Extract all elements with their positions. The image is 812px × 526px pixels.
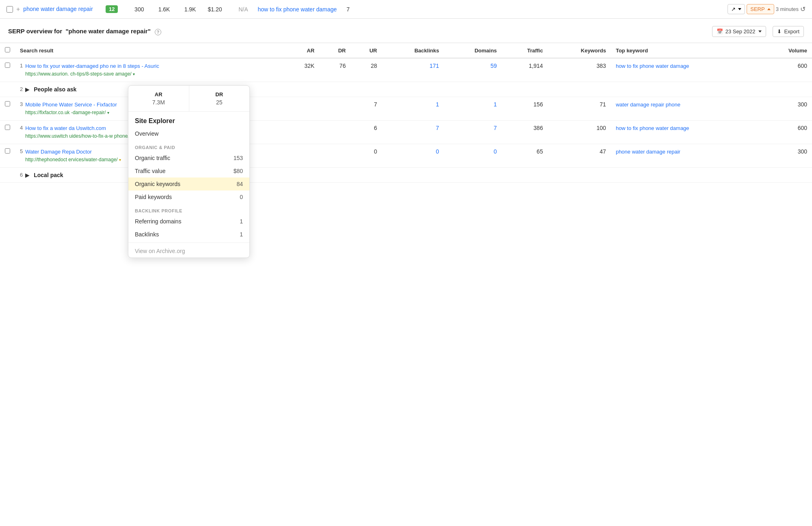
col-volume: Volume [761, 43, 812, 58]
date-picker-button[interactable]: 📅 23 Sep 2022 [712, 26, 767, 37]
popup-dr-value: 25 [196, 99, 243, 106]
popup-overview-item[interactable]: Overview [128, 127, 249, 140]
refresh-button[interactable]: ↺ [800, 5, 806, 13]
popup-ar-label: AR [135, 91, 182, 97]
table-row: 4 How to fix a water da Uswitch.com http… [0, 120, 812, 144]
row5-checkbox[interactable] [5, 148, 10, 154]
row6-num: 6 [20, 172, 23, 178]
row4-domains[interactable]: 7 [444, 120, 502, 144]
col-top-keyword: Top keyword [611, 43, 761, 58]
row5-url: http://thephonedoct ervices/water-damage… [25, 156, 121, 163]
select-all-checkbox[interactable] [5, 47, 10, 52]
row3-url-arrow[interactable]: ▾ [107, 110, 109, 115]
row4-volume: 600 [761, 120, 812, 144]
col-ar: AR [284, 43, 319, 58]
popup-organic-traffic-label: Organic traffic [135, 155, 170, 161]
popup-organic-traffic-value: 153 [234, 155, 243, 161]
popup-dr-label: DR [196, 91, 243, 97]
row5-num: 5 [20, 148, 23, 154]
row1-url-arrow[interactable]: ▾ [133, 72, 135, 76]
row5-backlinks[interactable]: 0 [382, 144, 444, 167]
row4-keywords: 100 [548, 120, 611, 144]
row4-title[interactable]: How to fix a water da Uswitch.com [25, 125, 132, 132]
popup-dr-cell: DR 25 [189, 86, 250, 111]
row3-ur: 7 [351, 97, 382, 120]
row4-dr [319, 120, 351, 144]
popup-traffic-value-item[interactable]: Traffic value $80 [128, 165, 249, 177]
row1-domains[interactable]: 59 [444, 58, 502, 82]
table-row: 6 ▶ Local pack [0, 167, 812, 182]
keyword-checkbox[interactable] [6, 6, 13, 13]
keyword-stat-s2: 1.6K [154, 6, 170, 13]
row5-domains[interactable]: 0 [444, 144, 502, 167]
row2-expand-icon[interactable]: ▶ [25, 86, 30, 93]
row3-volume: 300 [761, 97, 812, 120]
table-row: 5 Water Damage Repa Doctor http://thepho… [0, 144, 812, 167]
serp-overview-header: SERP overview for "phone water damage re… [0, 19, 812, 43]
row5-title[interactable]: Water Damage Repa Doctor [25, 148, 121, 156]
keyword-top-keyword[interactable]: how to fix phone water damage [258, 6, 337, 13]
row2-num: 2 [20, 86, 23, 92]
row4-url-text: https://www.uswitch uides/how-to-fix-a-w… [25, 133, 129, 139]
row5-url-text: http://thephonedoct ervices/water-damage… [25, 157, 117, 162]
serp-header-right: 📅 23 Sep 2022 ⬇ Export [712, 26, 804, 37]
row3-checkbox[interactable] [5, 101, 10, 106]
row5-top-keyword-text[interactable]: phone water damage repair [616, 149, 680, 155]
add-keyword-icon[interactable]: + [16, 6, 20, 13]
row1-checkbox-cell [0, 58, 15, 82]
row1-url: https://www.asurion. ch-tips/8-steps-sav… [25, 71, 159, 78]
row3-domains[interactable]: 1 [444, 97, 502, 120]
row4-top-keyword-text[interactable]: how to fix phone water damage [616, 125, 689, 131]
row5-checkbox-cell [0, 144, 15, 167]
row5-url-arrow[interactable]: ▾ [119, 158, 121, 162]
row4-num: 4 [20, 125, 23, 131]
popup-traffic-value-label: Traffic value [135, 168, 165, 174]
row3-backlinks[interactable]: 1 [382, 97, 444, 120]
row5-traffic: 65 [502, 144, 548, 167]
row3-title[interactable]: Mobile Phone Water Service - Fixfactor [25, 101, 117, 108]
row1-keywords: 383 [548, 58, 611, 82]
row4-backlinks[interactable]: 7 [382, 120, 444, 144]
row2-title: People also ask [34, 86, 76, 93]
table-header-row: Search result AR DR UR Backlinks Domains… [0, 43, 812, 58]
keyword-name[interactable]: phone water damage repair [23, 5, 93, 13]
trend-button[interactable]: ↗ [728, 4, 745, 14]
row3-ar [284, 97, 319, 120]
popup-organic-traffic-item[interactable]: Organic traffic 153 [128, 152, 249, 165]
keyword-stat-s3: 1.9K [180, 6, 196, 13]
col-backlinks: Backlinks [382, 43, 444, 58]
export-button[interactable]: ⬇ Export [773, 26, 804, 37]
row5-ur: 0 [351, 144, 382, 167]
row3-keywords: 71 [548, 97, 611, 120]
row4-ur: 6 [351, 120, 382, 144]
popup-ar-cell: AR 7.3M [128, 86, 189, 111]
popup-metrics-row: AR 7.3M DR 25 [128, 86, 249, 112]
col-dr: DR [319, 43, 351, 58]
row1-backlinks[interactable]: 171 [382, 58, 444, 82]
row1-checkbox[interactable] [5, 63, 10, 68]
export-icon: ⬇ [777, 28, 782, 35]
row4-checkbox[interactable] [5, 125, 10, 130]
row3-top-keyword-text[interactable]: water damage repair phone [616, 102, 680, 108]
serp-button[interactable]: SERP [747, 4, 774, 14]
table-row: 3 Mobile Phone Water Service - Fixfactor… [0, 97, 812, 120]
row1-result-content: How to fix your water-damaged pho ne in … [25, 63, 159, 78]
row5-volume: 300 [761, 144, 812, 167]
row3-result-content: Mobile Phone Water Service - Fixfactor h… [25, 101, 117, 116]
row1-dr: 76 [319, 58, 351, 82]
help-icon[interactable]: ? [155, 29, 161, 35]
table-row: 2 ▶ People also ask [0, 82, 812, 97]
row3-top-keyword: water damage repair phone [611, 97, 761, 120]
row4-traffic: 386 [502, 120, 548, 144]
row1-top-keyword-text[interactable]: how to fix phone water damage [616, 63, 689, 69]
keyword-row-left: + phone water damage repair [6, 5, 96, 13]
keyword-stat-price: $1.20 [206, 6, 222, 13]
row1-top-keyword: how to fix phone water damage [611, 58, 761, 82]
keyword-time: 3 minutes [776, 6, 799, 12]
popup-organic-keywords-value: 84 [236, 181, 243, 183]
keyword-badge: 12 [106, 5, 118, 13]
popup-organic-keywords-item[interactable]: Organic keywords 84 [128, 177, 249, 183]
popup-site-explorer-title: Site Explorer [128, 112, 249, 127]
row1-title[interactable]: How to fix your water-damaged pho ne in … [25, 63, 159, 70]
row6-expand-icon[interactable]: ▶ [25, 172, 30, 178]
